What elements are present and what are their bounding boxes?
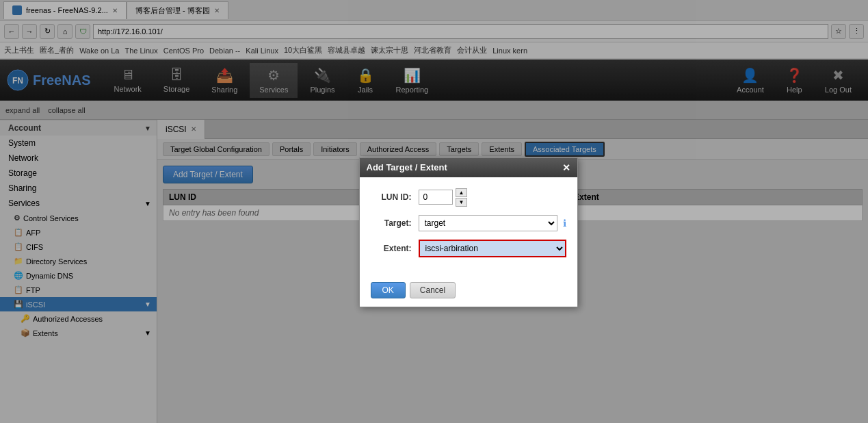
lun-id-row: LUN ID: ▲ ▼ — [371, 188, 566, 207]
modal-body: LUN ID: ▲ ▼ Target: target ℹ — [360, 177, 577, 277]
lun-id-label: LUN ID: — [371, 192, 419, 202]
extent-control: iscsi-arbiration — [419, 240, 566, 257]
extent-row: Extent: iscsi-arbiration — [371, 240, 566, 257]
modal-header: Add Target / Extent ✕ — [360, 158, 577, 177]
lun-id-control: ▲ ▼ — [419, 188, 566, 207]
extent-select[interactable]: iscsi-arbiration — [419, 240, 566, 257]
lun-id-input[interactable] — [419, 190, 453, 205]
target-row: Target: target ℹ — [371, 215, 566, 231]
target-label: Target: — [371, 218, 419, 228]
target-info-icon[interactable]: ℹ — [563, 218, 566, 229]
modal-overlay: Add Target / Extent ✕ LUN ID: ▲ ▼ Target… — [0, 0, 868, 423]
cancel-button[interactable]: Cancel — [410, 282, 456, 298]
target-control: target ℹ — [419, 215, 566, 231]
modal-title: Add Target / Extent — [367, 162, 447, 172]
modal-close-button[interactable]: ✕ — [562, 162, 570, 173]
ok-button[interactable]: OK — [371, 282, 406, 298]
lun-id-down-button[interactable]: ▼ — [456, 198, 468, 207]
lun-id-up-button[interactable]: ▲ — [456, 188, 468, 197]
modal-footer: OK Cancel — [360, 277, 577, 307]
target-select[interactable]: target — [419, 215, 557, 231]
extent-label: Extent: — [371, 244, 419, 253]
add-target-extent-modal: Add Target / Extent ✕ LUN ID: ▲ ▼ Target… — [359, 157, 578, 307]
